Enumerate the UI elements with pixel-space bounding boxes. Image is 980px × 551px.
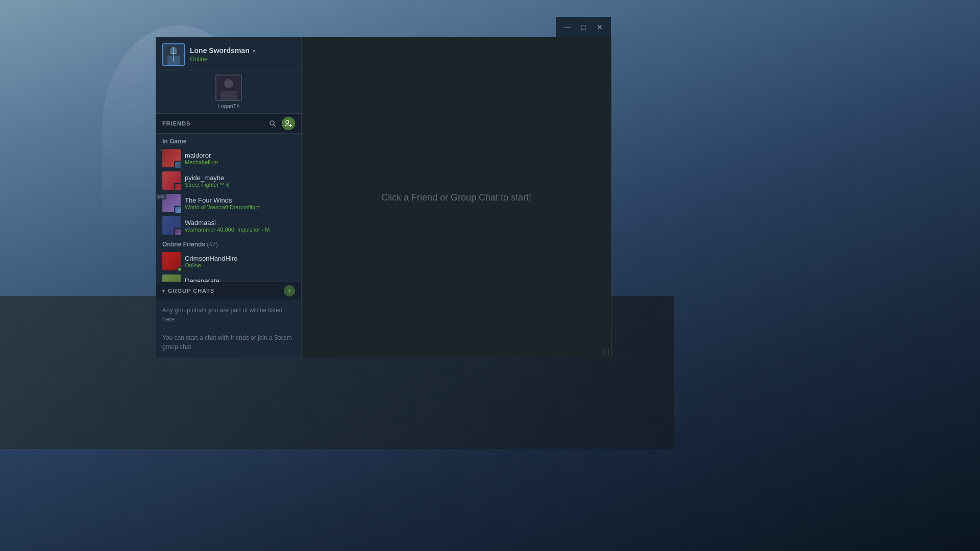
friend-info-fourwinds: The Four Winds World of Warcraft:Dragonf… (185, 196, 295, 210)
group-chats-header[interactable]: ▾ GROUP CHATS + (156, 282, 301, 299)
friend-name: The Four Winds (185, 196, 295, 204)
in-game-header: In Game (156, 134, 301, 147)
friend-game: Street Fighter™ 6 (185, 182, 295, 188)
recent-avatar-image (216, 76, 241, 100)
friend-name: Degenerate (185, 277, 295, 282)
friend-game: Warhammer 40,000: Inquisitor - M (185, 227, 295, 233)
friend-item-maldoror[interactable]: maldoror Mechabellum (156, 147, 301, 169)
friend-name: pyide_maybe (185, 174, 295, 182)
friend-item-pyide[interactable]: pyide_maybe Street Fighter™ 6 (156, 169, 301, 192)
minimize-button[interactable]: — (560, 20, 574, 34)
chat-area: Click a Friend or Group Chat to start! (302, 37, 611, 358)
recent-chat-avatar[interactable] (215, 74, 242, 101)
friend-info-pyide: pyide_maybe Street Fighter™ 6 (185, 174, 295, 188)
svg-line-9 (274, 124, 276, 127)
friend-info-maldoror: maldoror Mechabellum (185, 152, 295, 165)
profile-section[interactable]: Lone Swordsman ▾ Online (156, 37, 301, 70)
sidebar: Lone Swordsman ▾ Online (156, 37, 302, 358)
friend-game: World of Warcraft:Dragonflight (185, 204, 295, 210)
friend-info-degenerate: Degenerate Online (185, 277, 295, 282)
friends-list: In Game maldoror Mechabellum (156, 134, 301, 282)
friend-item-crimson[interactable]: CrimsonHandHiro Online (156, 250, 301, 272)
search-friends-button[interactable] (266, 117, 279, 130)
svg-point-10 (286, 120, 289, 123)
profile-avatar-image (163, 44, 184, 65)
friend-item-wadmaasi[interactable]: Wadmaasi Warhammer 40,000: Inquisitor - … (156, 214, 301, 237)
group-chats-add-button[interactable]: + (284, 285, 295, 296)
friend-item-fourwinds[interactable]: N/A The Four Winds World of Warcraft:Dra… (156, 192, 301, 214)
svg-rect-7 (220, 91, 237, 100)
resize-handle[interactable] (603, 349, 609, 356)
friend-name: CrimsonHandHiro (185, 255, 295, 262)
chat-placeholder: Click a Friend or Group Chat to start! (381, 192, 531, 203)
profile-info: Lone Swordsman ▾ Online (190, 46, 295, 63)
group-chats-description-2: You can start a chat with friends or joi… (162, 333, 295, 352)
group-chats-arrow-icon: ▾ (162, 288, 165, 294)
close-button[interactable]: ✕ (593, 20, 607, 34)
profile-avatar (162, 43, 185, 66)
online-friends-header: Online Friends (47) (156, 237, 301, 250)
profile-name: Lone Swordsman (190, 46, 250, 55)
friends-actions (266, 117, 295, 130)
maximize-button[interactable]: □ (576, 20, 591, 34)
friend-item-degenerate[interactable]: Degenerate Online (156, 272, 301, 282)
profile-name-row: Lone Swordsman ▾ (190, 46, 295, 55)
group-chats-description-1: Any group chats you are part of will be … (162, 306, 295, 324)
online-friends-label: Online Friends (162, 241, 205, 248)
group-chats-title: GROUP CHATS (168, 288, 284, 294)
recent-chat-name: LoganTh (217, 103, 239, 109)
friends-header: FRIENDS (156, 114, 301, 134)
friend-status: Online (185, 262, 295, 268)
resize-dots (603, 349, 609, 355)
add-friend-button[interactable] (282, 117, 295, 130)
window-inner: Lone Swordsman ▾ Online (156, 37, 611, 358)
window-controls: — □ ✕ (556, 17, 611, 37)
group-chats-content: Any group chats you are part of will be … (156, 299, 301, 358)
friend-game: Mechabellum (185, 159, 295, 165)
friend-name: Wadmaasi (185, 219, 295, 227)
friend-info-wadmaasi: Wadmaasi Warhammer 40,000: Inquisitor - … (185, 219, 295, 233)
svg-point-6 (224, 79, 233, 88)
svg-point-8 (270, 121, 274, 125)
steam-friends-window: — □ ✕ (156, 37, 611, 358)
online-friends-count: (47) (207, 241, 217, 248)
friend-name: maldoror (185, 152, 295, 159)
group-chats-section: ▾ GROUP CHATS + Any group chats you are … (156, 282, 301, 358)
friend-info-crimson: CrimsonHandHiro Online (185, 255, 295, 268)
friends-title: FRIENDS (162, 120, 266, 127)
profile-status: Online (190, 56, 295, 63)
dropdown-icon[interactable]: ▾ (253, 48, 255, 54)
recent-chat-section: LoganTh (156, 70, 301, 114)
